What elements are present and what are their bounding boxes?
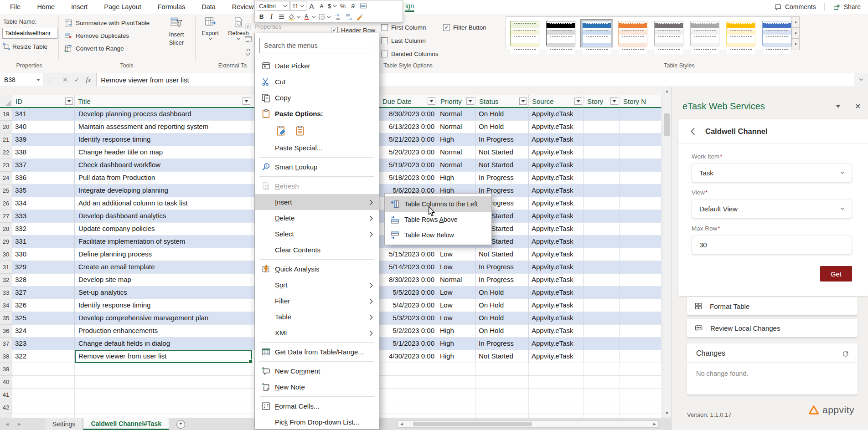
cell-title[interactable]: Develop planning process dashboard	[75, 108, 252, 121]
cell-title[interactable]: Facilitate implementation of system	[75, 235, 252, 248]
menu-item-paste-special[interactable]: Paste Special...	[255, 140, 379, 156]
cell-empty[interactable]	[584, 401, 620, 414]
cell-source[interactable]: Appvity.eTask	[529, 172, 584, 184]
cell-story[interactable]	[584, 146, 620, 159]
cell-status[interactable]: Not Started	[476, 248, 529, 261]
cell-empty[interactable]	[75, 363, 252, 376]
cell-id[interactable]: 323	[12, 338, 75, 350]
gallery-up-button[interactable]: ▲	[792, 16, 800, 28]
cell-id[interactable]: 338	[12, 146, 75, 159]
ribbon-remove-duplicates[interactable]: Remove Duplicates	[64, 29, 150, 42]
cell-title[interactable]: Identify response timing	[75, 133, 252, 146]
cell-title[interactable]: Develop comprehensive management plan	[75, 312, 252, 325]
fill-color-icon[interactable]	[287, 12, 302, 22]
panel-close-icon[interactable]: ✕	[855, 102, 861, 111]
menu-item-sort[interactable]: Sort	[255, 277, 379, 293]
cell-empty[interactable]	[437, 414, 476, 418]
refresh-changes-icon[interactable]	[842, 350, 849, 358]
menu-item-refresh[interactable]: Refresh	[255, 178, 379, 194]
cell-due[interactable]: 5/5/2023 0:00	[379, 287, 437, 299]
menu-tab-page-layout[interactable]: Page Layout	[104, 3, 141, 10]
cell-storyn[interactable]	[620, 274, 661, 287]
enter-icon[interactable]: ✓	[74, 76, 80, 83]
cell-empty[interactable]	[12, 401, 75, 414]
name-box[interactable]: B38	[0, 73, 43, 86]
grow-font-icon[interactable]: A	[307, 1, 316, 11]
cell-due[interactable]: 4/30/2023 0:00	[379, 350, 437, 363]
menu-item-xml[interactable]: XML	[255, 325, 379, 341]
cell-storyn[interactable]	[620, 159, 661, 172]
cell-empty[interactable]	[12, 414, 75, 418]
cell-id[interactable]: 331	[12, 235, 75, 248]
cell-id[interactable]: 334	[12, 197, 75, 210]
cell-empty[interactable]	[620, 363, 661, 376]
row-number[interactable]: 38	[0, 350, 12, 363]
table-style-swatch-2[interactable]	[545, 20, 577, 47]
cell-source[interactable]: Appvity.eTask	[529, 121, 584, 133]
cell-priority[interactable]: Low	[437, 312, 476, 325]
cell-storyn[interactable]	[620, 312, 661, 325]
table-style-swatch-4[interactable]	[617, 20, 649, 47]
option-first-column[interactable]: First Column	[381, 21, 439, 34]
menu-tab-formulas[interactable]: Formulas	[158, 3, 185, 10]
comments-button[interactable]: Comments	[774, 3, 816, 11]
cell-due[interactable]: 5/15/2023 0:00	[379, 248, 437, 261]
cell-empty[interactable]	[476, 389, 529, 401]
cell-title[interactable]: Check dashboard workflow	[75, 159, 252, 172]
cell-story[interactable]	[584, 235, 620, 248]
column-header-title[interactable]: Title	[75, 95, 252, 108]
cell-priority[interactable]: Low	[437, 248, 476, 261]
cell-empty[interactable]	[75, 389, 252, 401]
cell-story[interactable]	[584, 121, 620, 133]
cell-empty[interactable]	[379, 389, 437, 401]
cell-story[interactable]	[584, 197, 620, 210]
ribbon-convert-to-range[interactable]: Convert to Range	[64, 42, 150, 55]
cell-priority[interactable]: High	[437, 133, 476, 146]
column-header-id[interactable]: ID	[12, 95, 75, 108]
cell-id[interactable]: 335	[12, 184, 75, 197]
cell-storyn[interactable]	[620, 223, 661, 235]
row-number[interactable]: 39	[0, 363, 12, 376]
cell-priority[interactable]: Normal	[437, 274, 476, 287]
cell-story[interactable]	[584, 133, 620, 146]
table-style-swatch-1[interactable]	[509, 20, 541, 47]
tab-table-design-fragment[interactable]: ign	[405, 2, 414, 12]
cell-story[interactable]	[584, 274, 620, 287]
menu-tab-data[interactable]: Data	[202, 3, 216, 10]
row-number[interactable]: 21	[0, 133, 12, 146]
sheet-tab-settings[interactable]: Settings	[45, 418, 83, 430]
cell-story[interactable]	[584, 210, 620, 223]
cell-storyn[interactable]	[620, 248, 661, 261]
cell-source[interactable]: Appvity.eTask	[529, 133, 584, 146]
row-number[interactable]: 31	[0, 261, 12, 274]
resize-table-button[interactable]: Resize Table	[2, 43, 47, 51]
row-number[interactable]: 26	[0, 197, 12, 210]
menu-item-new-note[interactable]: New Note	[255, 379, 379, 395]
table-style-swatch-7[interactable]	[725, 20, 757, 47]
cell-storyn[interactable]	[620, 299, 661, 312]
cell-id[interactable]: 332	[12, 223, 75, 235]
cell-title[interactable]: Change default fields in dialog	[75, 338, 252, 350]
cell-story[interactable]	[584, 312, 620, 325]
cell-empty[interactable]	[437, 363, 476, 376]
cell-title[interactable]: Production enhancements	[75, 325, 252, 338]
cell-empty[interactable]	[476, 363, 529, 376]
cell-due[interactable]: 5/14/2023 0:00	[379, 261, 437, 274]
cell-empty[interactable]	[529, 414, 584, 418]
cell-id[interactable]: 336	[12, 172, 75, 184]
row-number[interactable]: 27	[0, 210, 12, 223]
accounting-format-icon[interactable]: $	[327, 1, 338, 11]
vertical-scrollbar[interactable]: ▲ ▼	[662, 87, 671, 418]
menu-item-get-data-from-table-range[interactable]: Get Data from Table/Range...	[255, 344, 379, 360]
cell-storyn[interactable]	[620, 133, 661, 146]
cell-empty[interactable]	[12, 376, 75, 389]
cell-empty[interactable]	[620, 414, 661, 418]
filter-button[interactable]	[574, 97, 582, 105]
cell-story[interactable]	[584, 350, 620, 363]
submenu-item-table-rows-above[interactable]: Table Rows Above	[385, 212, 491, 227]
cell-priority[interactable]: Normal	[437, 121, 476, 133]
field-view-select[interactable]: Default View	[692, 199, 852, 218]
filter-button[interactable]	[243, 97, 250, 105]
cell-status[interactable]: Not Started	[476, 146, 529, 159]
option-last-column[interactable]: Last Column	[381, 34, 439, 47]
